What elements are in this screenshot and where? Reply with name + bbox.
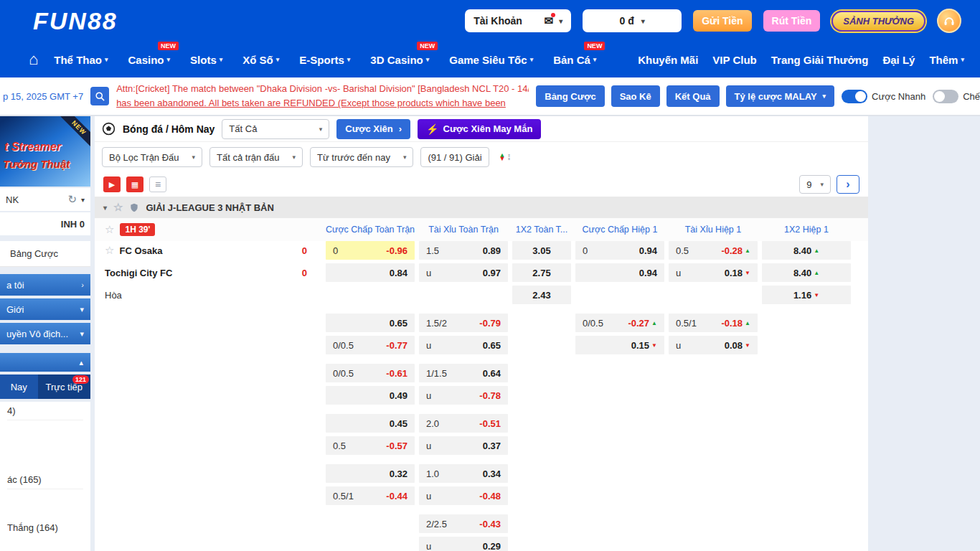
promo-banner[interactable]: NEW t Streamer Tưởng Thuật — [0, 116, 90, 187]
next-page-button[interactable]: › — [837, 175, 859, 194]
odds-cell[interactable]: 2.0-0.51 — [419, 414, 508, 433]
time-range-dropdown[interactable]: Từ trước đến nay ▾ — [310, 147, 413, 167]
odds-cell[interactable]: 2.75 — [512, 263, 571, 282]
odds-cell[interactable]: 2.43 — [512, 286, 571, 304]
odds-cell[interactable]: 0.49 — [326, 386, 415, 405]
odds-cell[interactable]: 1.16▼ — [762, 286, 851, 304]
odds-cell[interactable]: u0.37 — [419, 436, 508, 455]
collapse-league-icon[interactable]: ▾ — [103, 204, 107, 212]
odds-cell[interactable]: u0.18▼ — [669, 263, 758, 282]
nav-item-casino[interactable]: Casino▾NEW — [128, 54, 171, 66]
parlay-button[interactable]: Cược Xiên › — [336, 119, 410, 139]
nav-item-th-m[interactable]: Thêm▾ — [929, 54, 964, 66]
odds-cell[interactable]: 1.5/2-0.79 — [419, 314, 508, 332]
odds-cell[interactable]: 0/0.5-0.61 — [326, 364, 415, 382]
odds-cell[interactable]: 1/1.50.64 — [419, 364, 508, 382]
odds-cell[interactable]: 0.5-0.57 — [326, 436, 415, 455]
quick-bet-toggle[interactable]: Cược Nhanh — [842, 90, 925, 103]
list-view-button[interactable]: ≡ — [149, 176, 166, 192]
nav-item-label: Đại Lý — [882, 54, 915, 66]
nav-item-vip-club[interactable]: VIP Club — [712, 54, 756, 66]
sidebar-item-uy-n-v-ch[interactable]: uyền Vô địch...▾ — [0, 323, 90, 344]
withdraw-button[interactable]: Rút Tiền — [763, 10, 821, 32]
odds-cell[interactable]: u0.65 — [419, 336, 508, 354]
nav-item-game-si-u-t-c[interactable]: Game Siêu Tốc▾ — [449, 54, 533, 66]
sort-control[interactable]: ▲▼ ⁞⁞ — [499, 153, 509, 161]
nav-item-th-thao[interactable]: Thể Thao▾ — [54, 54, 108, 66]
odds-cell[interactable]: 0.45 — [326, 414, 415, 433]
odds-type-dropdown[interactable]: Tỷ lệ cược MALAY ▾ — [726, 85, 835, 107]
sidebar-item-a-t-i[interactable]: a tôi› — [0, 274, 90, 296]
odds-cell[interactable]: 8.40▲ — [762, 263, 851, 282]
odds-cell[interactable]: 0/0.5-0.27▲ — [575, 314, 664, 332]
nav-item-e-sports[interactable]: E-Sports▾ — [299, 54, 350, 66]
column-header: Cược Chấp Hiệp 1 — [575, 225, 664, 235]
all-matches-dropdown[interactable]: Tất cả trận đấu ▾ — [209, 147, 303, 167]
odds-cell[interactable]: 0.84 — [326, 263, 415, 282]
odds-cell[interactable]: 0.15▼ — [575, 336, 664, 354]
empty-cell — [762, 364, 851, 382]
statement-button[interactable]: Sao Kê — [611, 85, 660, 107]
odds-cell[interactable]: 0.94 — [575, 263, 664, 282]
search-button[interactable] — [90, 87, 109, 105]
nav-item-slots[interactable]: Slots▾ — [190, 54, 222, 66]
odds-cell[interactable]: 1.50.89 — [419, 241, 508, 260]
odds-cell[interactable]: u-0.78 — [419, 386, 508, 405]
sidebar-sport-select[interactable]: NK ↻ ▾ — [0, 188, 90, 211]
odds-cell[interactable]: 0.5/1-0.18▲ — [669, 314, 758, 332]
odds-cell[interactable]: 0.65 — [326, 314, 415, 332]
odds-cell[interactable]: 3.05 — [512, 241, 571, 260]
chevron-down-icon: ▾ — [80, 329, 84, 339]
odds-cell[interactable]: 0.32 — [326, 464, 415, 483]
favorite-star-icon[interactable]: ☆ — [105, 223, 114, 236]
match-filter-dropdown[interactable]: Bộ Lọc Trận Đấu ▾ — [102, 147, 202, 167]
betslip-button[interactable]: Bảng Cược — [536, 85, 604, 107]
odds-cell[interactable]: 1.00.34 — [419, 464, 508, 483]
rewards-lobby-button[interactable]: SẢNH THƯỞNG — [831, 11, 925, 32]
nav-item-label: Trang Giải Thưởng — [771, 54, 869, 66]
odds-cell[interactable]: 00.94 — [575, 241, 664, 260]
nav-item-x-s[interactable]: Xổ Số▾ — [242, 54, 279, 66]
sidebar-collapse-button[interactable]: ▴ — [0, 353, 90, 372]
sidebar-market-item[interactable]: Thắng (164) — [7, 518, 83, 537]
nav-item-3d-casino[interactable]: 3D Casino▾NEW — [370, 54, 429, 66]
today-filter-dropdown[interactable]: Tất Cả ▾ — [222, 119, 329, 139]
odds-cell[interactable]: u-0.48 — [419, 486, 508, 505]
fun88-logo[interactable]: FUN88 — [33, 7, 118, 35]
odds-value: 0.49 — [390, 390, 407, 401]
odds-cell[interactable]: u0.97 — [419, 263, 508, 282]
nav-item-b-n-c[interactable]: Bản Cá▾NEW — [553, 54, 596, 66]
sidebar-betslip-tab[interactable]: Bảng Cược — [0, 241, 90, 267]
favorite-star-icon[interactable]: ☆ — [105, 244, 114, 257]
nav-item-i-l[interactable]: Đại Lý — [882, 54, 915, 66]
odds-cell[interactable]: 2/2.5-0.43 — [419, 514, 508, 533]
grid-view-button[interactable]: ▦ — [126, 176, 143, 192]
balance-dropdown[interactable]: 0 đ ▾ — [583, 9, 682, 32]
deposit-button[interactable]: Gửi Tiền — [693, 10, 751, 32]
league-count-box[interactable]: (91 / 91) Giải — [420, 147, 489, 167]
sidebar-item-gi-i[interactable]: Giới▾ — [0, 298, 90, 320]
home-icon[interactable]: ⌂ — [29, 52, 38, 67]
odds-cell[interactable]: 8.40▲ — [762, 241, 851, 260]
lucky-parlay-button[interactable]: ⚡ Cược Xiên May Mắn — [418, 119, 541, 139]
results-button[interactable]: Kết Quả — [666, 85, 720, 107]
league-star-icon[interactable]: ☆ — [113, 201, 123, 214]
nav-item-trang-gi-i-th-ng[interactable]: Trang Giải Thưởng — [771, 54, 869, 66]
account-dropdown[interactable]: Tài Khoản ✉ ▾ — [465, 9, 571, 32]
mode-toggle[interactable]: Chế — [933, 90, 980, 103]
tab-live[interactable]: Trực tiếp 121 — [38, 375, 91, 399]
odds-cell[interactable]: 0/0.5-0.77 — [326, 336, 415, 354]
odds-cell[interactable]: 0.5-0.28▲ — [669, 241, 758, 260]
play-view-button[interactable]: ▶ — [103, 176, 121, 192]
odds-cell[interactable]: u0.08▼ — [669, 336, 758, 354]
support-icon[interactable] — [937, 9, 961, 33]
odds-cell[interactable]: 0.5/1-0.44 — [326, 486, 415, 505]
odds-cell[interactable]: 0-0.96 — [326, 241, 415, 260]
page-select-dropdown[interactable]: 9 ▾ — [799, 175, 831, 194]
odds-cell[interactable]: u0.29 — [419, 537, 508, 551]
sidebar-market-item[interactable]: ác (165) — [7, 471, 83, 489]
tab-today[interactable]: Nay — [0, 375, 38, 399]
refresh-icon[interactable]: ↻ — [67, 193, 77, 206]
nav-item-khuy-n-m-i[interactable]: Khuyến Mãi — [638, 54, 698, 66]
sidebar-market-item[interactable]: 4) — [7, 402, 83, 420]
